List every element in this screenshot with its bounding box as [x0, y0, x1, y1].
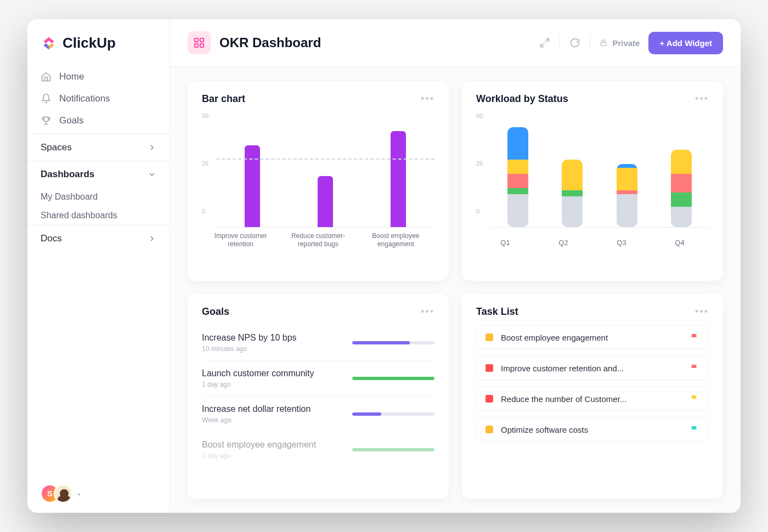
flag-icon[interactable] [690, 332, 699, 342]
y-axis: 50250 [476, 112, 490, 228]
task-title: Reduce the number of Customer... [501, 394, 682, 404]
sidebar-item-shared-dashboards[interactable]: Shared dashboards [27, 206, 170, 225]
goal-row[interactable]: Launch customer community1 day ago [202, 360, 434, 396]
status-square-icon [485, 333, 493, 341]
goal-title: Increase NPS by 10 bps [202, 333, 297, 343]
flag-icon[interactable] [690, 425, 699, 434]
nav-primary: Home Notifications Goals [27, 64, 170, 134]
nav-notifications[interactable]: Notifications [27, 88, 170, 110]
more-icon[interactable]: ••• [421, 93, 434, 105]
caret-down-icon [76, 490, 82, 497]
stacked-bar[interactable] [617, 164, 637, 227]
task-title: Boost employee engagement [501, 333, 682, 342]
bar-segment [562, 190, 583, 196]
add-widget-button[interactable]: + Add Widget [648, 32, 723, 54]
top-bar: OKR Dashboard Private + Add Widget [170, 19, 741, 67]
bar-segment [507, 160, 528, 174]
widget-goals: Goals ••• Increase NPS by 10 bps10 minut… [188, 294, 449, 499]
trophy-icon [41, 115, 52, 126]
privacy-indicator[interactable]: Private [599, 38, 640, 48]
more-icon[interactable]: ••• [421, 306, 434, 318]
progress-bar [352, 448, 434, 451]
brand-mark-icon [41, 35, 57, 52]
goal-row[interactable]: Increase NPS by 10 bps10 minutes ago [202, 325, 434, 360]
stack-column [603, 164, 651, 227]
nav-goals[interactable]: Goals [27, 110, 170, 132]
bar-segment [617, 194, 637, 227]
member-avatars[interactable]: S [27, 474, 170, 513]
main-panel: OKR Dashboard Private + Add Widget Bar c… [170, 19, 741, 513]
section-label: Spaces [41, 142, 72, 153]
more-icon[interactable]: ••• [695, 93, 709, 105]
bar-segment [617, 168, 637, 190]
progress-bar [352, 412, 434, 416]
brand-logo[interactable]: ClickUp [27, 19, 170, 64]
status-square-icon [485, 364, 493, 372]
sidebar-item-my-dashboard[interactable]: My Dashboard [27, 188, 170, 206]
bar-column [217, 145, 289, 227]
stacked-bar[interactable] [507, 127, 528, 227]
task-row[interactable]: Improve customer retention and... [476, 356, 709, 380]
flag-icon[interactable] [690, 394, 699, 404]
bar[interactable] [245, 145, 260, 227]
section-label: Docs [41, 233, 62, 244]
task-title: Improve customer retention and... [501, 364, 682, 373]
bar-segment [671, 174, 692, 192]
bar-category-label: Improve customer retention [202, 232, 279, 250]
bar-segment [507, 194, 528, 227]
progress-bar [352, 341, 434, 344]
goal-timestamp: 1 day ago [202, 452, 316, 460]
bar[interactable] [391, 131, 406, 227]
goal-row[interactable]: Increase net dollar retentionWeek ago [202, 396, 434, 432]
task-row[interactable]: Boost employee engagement [476, 325, 709, 349]
bar-segment [562, 196, 583, 227]
chevron-right-icon [148, 234, 156, 243]
task-row[interactable]: Optimize software costs [476, 417, 709, 442]
goal-row[interactable]: Boost employee engagement1 day ago [202, 432, 434, 467]
widget-bar-chart: Bar chart ••• 50250 Improve customer ret… [188, 81, 449, 281]
nav-label: Home [59, 71, 84, 82]
dashboard-icon [188, 31, 211, 54]
nav-home[interactable]: Home [27, 66, 170, 88]
stack-column [548, 160, 596, 227]
goal-title: Boost employee engagement [202, 440, 316, 450]
stacked-bar[interactable] [562, 160, 583, 227]
section-docs[interactable]: Docs [27, 225, 170, 252]
sidebar: ClickUp Home Notifications Goals Spaces … [27, 19, 170, 513]
task-list: Boost employee engagementImprove custome… [476, 325, 709, 448]
stack-category-label: Q1 [479, 239, 530, 247]
stack-column [494, 127, 542, 227]
bar-segment [507, 188, 528, 194]
widget-title: Goals [202, 306, 229, 318]
stack-plot-area [490, 112, 709, 228]
svg-rect-1 [200, 38, 204, 42]
svg-rect-3 [200, 44, 204, 47]
section-spaces[interactable]: Spaces [27, 134, 170, 161]
y-axis: 50250 [202, 112, 216, 228]
bar-segment [671, 207, 692, 227]
widget-task-list: Task List ••• Boost employee engagementI… [462, 294, 723, 499]
goal-timestamp: 10 minutes ago [202, 345, 297, 353]
goal-timestamp: 1 day ago [202, 381, 314, 388]
more-icon[interactable]: ••• [695, 306, 709, 318]
bar[interactable] [318, 176, 333, 227]
section-dashboards[interactable]: Dashboards [27, 161, 170, 188]
bar-segment [671, 150, 692, 174]
bar-segment [507, 174, 528, 188]
bar-category-label: Boost employee engagement [357, 232, 434, 250]
goal-timestamp: Week ago [202, 416, 310, 424]
avatar[interactable] [54, 484, 72, 503]
nav-label: Goals [59, 115, 83, 126]
section-label: Dashboards [41, 169, 94, 180]
flag-icon[interactable] [690, 363, 699, 373]
expand-icon[interactable] [539, 37, 551, 49]
chevron-down-icon [148, 170, 156, 179]
stacked-bar[interactable] [671, 150, 692, 227]
bar-column [289, 176, 361, 227]
svg-rect-2 [195, 44, 198, 47]
svg-rect-0 [195, 38, 198, 42]
task-row[interactable]: Reduce the number of Customer... [476, 387, 709, 411]
refresh-icon[interactable] [569, 37, 581, 49]
stack-category-label: Q3 [596, 239, 647, 247]
widget-title: Task List [476, 306, 518, 318]
